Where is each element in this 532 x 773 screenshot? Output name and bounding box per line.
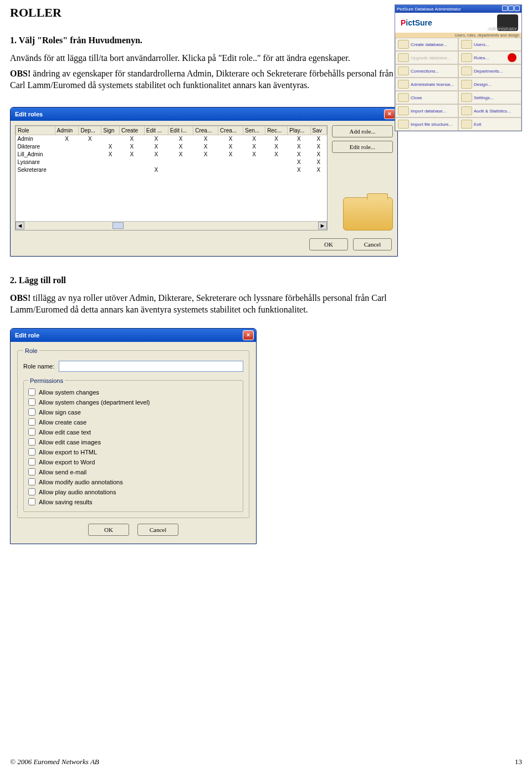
permission-cell: X (120, 135, 145, 142)
page-title: ROLLER (10, 6, 398, 20)
permission-cell: X (310, 135, 326, 142)
admin-menu-item[interactable]: Audit & Statistics... (458, 104, 521, 117)
obs-2: OBS! tillägg av nya roller utöver Admin,… (10, 292, 398, 316)
add-role-button[interactable]: Add role... (332, 125, 393, 137)
table-row[interactable]: Lill_AdminXXXXXXXXXX (16, 150, 327, 158)
column-header[interactable]: Dep... (79, 126, 101, 135)
menu-item-label: Create database... (411, 42, 447, 47)
permission-cell: X (310, 158, 326, 166)
admin-menu-item[interactable]: Connections... (395, 64, 458, 78)
column-header[interactable]: Sen... (243, 126, 265, 135)
permission-checkbox[interactable] (28, 428, 35, 436)
edit-role-button[interactable]: Edit role... (332, 141, 393, 153)
admin-menu-item[interactable]: Create database... (395, 38, 458, 51)
table-row[interactable]: SekreterareXXX (16, 166, 327, 173)
permission-cell: X (193, 135, 218, 142)
column-header[interactable]: Role (16, 126, 55, 135)
admin-menu-item[interactable]: Administrate license... (395, 78, 458, 91)
permission-cell: X (265, 150, 288, 158)
role-name-cell: Sekreterare (16, 166, 55, 173)
admin-menu-item[interactable]: Design... (458, 78, 521, 91)
admin-menu-item[interactable]: Exit (458, 117, 521, 131)
role-name-cell: Admin (16, 135, 55, 142)
permission-row: Allow edit case images (28, 437, 238, 447)
step-1: 1. Välj "Roles" från Huvudmenyn. (10, 35, 398, 45)
permission-checkbox[interactable] (28, 438, 35, 446)
admin-menu-item[interactable]: Users... (458, 38, 521, 51)
close-icon[interactable]: × (384, 109, 395, 119)
permission-cell: X (193, 142, 218, 150)
admin-menu-item[interactable]: Roles... (458, 51, 521, 64)
ok-button[interactable]: OK (309, 238, 348, 250)
column-header[interactable]: Admin (55, 126, 79, 135)
step-2: 2. Lägg till roll (10, 275, 398, 285)
column-header[interactable]: Sign (101, 126, 120, 135)
admin-menu-item[interactable]: Import file structure... (395, 117, 458, 131)
column-header[interactable]: Crea... (218, 126, 243, 135)
permission-label: Allow sign case (39, 409, 81, 416)
role-name-input[interactable] (59, 361, 243, 372)
admin-menu-item[interactable]: Import database... (395, 104, 458, 117)
permission-cell (101, 135, 120, 142)
permission-checkbox[interactable] (28, 468, 35, 475)
column-header[interactable]: Sav (310, 126, 326, 135)
permission-cell: X (288, 158, 310, 166)
permission-checkbox[interactable] (28, 418, 35, 426)
column-header[interactable]: Play... (288, 126, 310, 135)
permission-cell (79, 166, 101, 173)
permission-cell: X (168, 142, 193, 150)
permission-cell: X (120, 142, 145, 150)
window-buttons[interactable] (502, 6, 520, 12)
cancel-button[interactable]: Cancel (137, 524, 178, 536)
table-row[interactable]: LyssnareXX (16, 158, 327, 166)
column-header[interactable]: Edit ... (144, 126, 168, 135)
roles-table[interactable]: RoleAdminDep...SignCreateEdit ...Edit i.… (15, 125, 328, 231)
table-row[interactable]: DikterareXXXXXXXXXX (16, 142, 327, 150)
permission-cell: X (243, 150, 265, 158)
edit-roles-window: Edit roles × RoleAdminDep...SignCreateEd… (10, 107, 398, 257)
menu-item-label: Close (411, 95, 422, 100)
permission-cell: X (168, 150, 193, 158)
column-header[interactable]: Rec... (265, 126, 288, 135)
scroll-right-icon[interactable]: ► (318, 222, 327, 229)
horizontal-scrollbar[interactable]: ◄ ► (16, 221, 327, 230)
menu-item-label: Settings... (474, 95, 494, 100)
admin-menu-item[interactable]: Settings... (458, 91, 521, 104)
edit-roles-title: Edit roles (15, 111, 43, 117)
obs-1-label: OBS! (10, 69, 30, 78)
cancel-button[interactable]: Cancel (353, 238, 392, 250)
permission-checkbox[interactable] (28, 388, 35, 396)
permission-row: Allow system changes (department level) (28, 397, 238, 407)
table-row[interactable]: AdminXXXXXXXXXXX (16, 135, 327, 142)
column-header[interactable]: Create (120, 126, 145, 135)
ok-button[interactable]: OK (88, 524, 129, 536)
admin-menu-item[interactable]: Close (395, 91, 458, 104)
permission-row: Allow edit case text (28, 427, 238, 437)
permission-checkbox[interactable] (28, 478, 35, 485)
column-header[interactable]: Edit i... (168, 126, 193, 135)
scroll-left-icon[interactable]: ◄ (16, 222, 24, 229)
permission-checkbox[interactable] (28, 458, 35, 465)
folder-icon (343, 197, 393, 231)
close-icon[interactable]: × (243, 330, 254, 340)
permission-cell: X (101, 150, 120, 158)
permission-cell (55, 166, 79, 173)
permission-checkbox[interactable] (28, 398, 35, 406)
permission-cell: X (79, 135, 101, 142)
page-footer: © 2006 Euromed Networks AB 13 (10, 757, 522, 766)
highlight-marker-icon (508, 53, 516, 62)
permission-checkbox[interactable] (28, 498, 35, 505)
menu-item-label: Connections... (411, 69, 439, 74)
permission-checkbox[interactable] (28, 408, 35, 416)
column-header[interactable]: Crea... (193, 126, 218, 135)
menu-item-icon (398, 80, 409, 89)
permission-checkbox[interactable] (28, 488, 35, 495)
permission-cell: X (120, 150, 145, 158)
admin-menu-item[interactable]: Departments... (458, 64, 521, 78)
permission-label: Allow export to Word (39, 459, 95, 465)
permission-cell (120, 158, 145, 166)
menu-item-label: Import file structure... (411, 122, 452, 127)
permission-checkbox[interactable] (28, 448, 35, 455)
permission-cell: X (288, 135, 310, 142)
role-name-label: Role name: (23, 363, 54, 370)
